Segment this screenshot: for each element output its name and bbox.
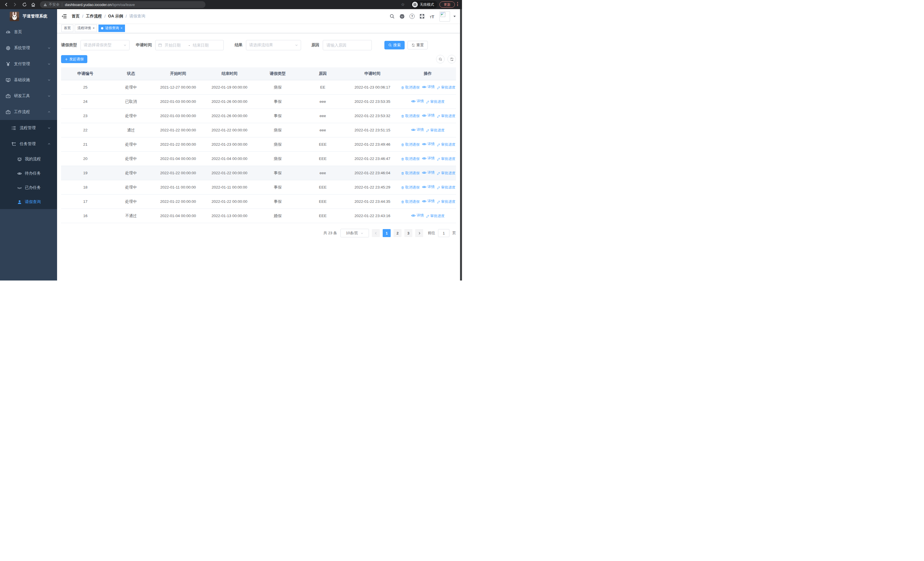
cell-start: 2022-01-04 00:00:00 <box>152 152 204 166</box>
fullscreen-icon[interactable] <box>420 14 424 19</box>
font-size-icon[interactable]: TT <box>429 14 435 19</box>
sidebar-collapse-icon[interactable] <box>62 14 67 19</box>
tab-leave-query[interactable]: 请假查询× <box>99 24 125 32</box>
security-label[interactable]: 不安全 <box>49 2 60 7</box>
goto-page-input[interactable] <box>438 229 450 237</box>
refresh-table-button[interactable] <box>447 55 456 63</box>
next-page-button[interactable] <box>415 229 423 237</box>
sidebar-item-system-management[interactable]: 系统管理 <box>0 40 57 56</box>
browser-home-button[interactable] <box>30 2 36 8</box>
detail-action-link[interactable]: 详情 <box>422 84 435 89</box>
progress-action-link[interactable]: 审批进度 <box>437 185 455 190</box>
sidebar-item-todo-tasks[interactable]: 待办任务 <box>0 166 57 180</box>
app-logo[interactable]: 芋道管理系统 <box>0 9 57 23</box>
sidebar-item-dev-tools[interactable]: 研发工具 <box>0 88 57 104</box>
create-leave-button[interactable]: 发起请假 <box>61 55 87 63</box>
page-size-select[interactable]: 10条/页 <box>340 229 369 238</box>
help-icon[interactable]: ? <box>410 14 415 19</box>
detail-action-link[interactable]: 详情 <box>422 185 435 190</box>
close-icon[interactable]: × <box>120 27 122 30</box>
browser-reload-button[interactable] <box>22 2 27 8</box>
cell-reason: eee <box>300 109 345 123</box>
cancel-action-link[interactable]: 取消请假 <box>401 185 420 190</box>
detail-action-link[interactable]: 详情 <box>422 113 435 118</box>
browser-back-button[interactable] <box>3 2 9 8</box>
cell-start: 2022-01-22 00:00:00 <box>152 123 204 137</box>
eye-icon <box>17 171 22 176</box>
start-date-input[interactable] <box>164 42 186 48</box>
page-button-1[interactable]: 1 <box>382 229 391 237</box>
leave-type-select[interactable]: 请选择请假类型 <box>81 40 129 50</box>
detail-action-link[interactable]: 详情 <box>411 213 424 218</box>
browser-forward-button[interactable] <box>12 2 18 8</box>
detail-action-link[interactable]: 详情 <box>422 199 435 204</box>
breadcrumb-item[interactable]: 首页 <box>72 14 80 19</box>
breadcrumb-separator: / <box>126 14 127 18</box>
cancel-action-link[interactable]: 取消请假 <box>401 156 420 161</box>
search-button[interactable]: 搜索 <box>384 41 405 50</box>
sidebar-item-process-management[interactable]: 流程管理 <box>0 120 57 136</box>
detail-action-link[interactable]: 详情 <box>411 99 424 104</box>
sidebar-item-workflow[interactable]: 工作流程 <box>0 104 57 120</box>
sidebar-item-done-tasks[interactable]: 已办任务 <box>0 180 57 195</box>
reason-input[interactable] <box>323 40 372 50</box>
avatar-caret-icon[interactable] <box>453 15 456 18</box>
cancel-action-link[interactable]: 取消请假 <box>401 114 420 119</box>
cell-type: 病假 <box>255 152 300 166</box>
prev-page-button[interactable] <box>372 229 380 237</box>
cancel-action-link[interactable]: 取消请假 <box>401 85 420 90</box>
bookmark-star-icon[interactable]: ☆ <box>401 2 405 8</box>
search-icon[interactable] <box>390 14 394 19</box>
detail-action-link[interactable]: 详情 <box>422 170 435 175</box>
sidebar-item-home[interactable]: 首页 <box>0 24 57 40</box>
sidebar-item-infrastructure[interactable]: 基础设施 <box>0 72 57 88</box>
progress-action-link[interactable]: 审批进度 <box>437 85 455 90</box>
progress-action-link[interactable]: 审批进度 <box>426 214 445 218</box>
github-icon[interactable] <box>399 14 405 19</box>
result-select[interactable]: 请选择流结果 <box>246 40 301 50</box>
sidebar-item-my-process[interactable]: 我的流程 <box>0 152 57 166</box>
edit-icon <box>426 100 429 104</box>
cancel-action-link[interactable]: 取消请假 <box>401 142 420 147</box>
total-count: 共 23 条 <box>323 230 337 236</box>
progress-action-link[interactable]: 审批进度 <box>437 114 455 119</box>
tab-home[interactable]: 首页 <box>62 24 74 32</box>
main-content: 请假类型 请选择请假类型 申请时间 - 结果 请选择流结果 原因 <box>57 33 460 281</box>
breadcrumb-item[interactable]: 工作流程 <box>86 14 102 19</box>
sidebar-item-leave-query[interactable]: 请假查询 <box>0 195 57 209</box>
cell-id: 20 <box>61 152 110 166</box>
reset-button[interactable]: 重置 <box>408 41 428 50</box>
detail-action-link[interactable]: 详情 <box>422 142 435 146</box>
page-button-3[interactable]: 3 <box>404 229 412 237</box>
address-bar[interactable]: 不安全 dashboard.yudao.iocoder.cn/bpm/oa/le… <box>40 1 206 8</box>
progress-action-link[interactable]: 审批进度 <box>437 171 455 176</box>
detail-action-link[interactable]: 详情 <box>411 127 424 132</box>
page-button-2[interactable]: 2 <box>393 229 402 237</box>
toggle-search-button[interactable] <box>436 55 445 63</box>
browser-update-button[interactable]: 更新 <box>440 2 455 8</box>
sidebar-item-payment-management[interactable]: 支付管理 <box>0 56 57 72</box>
detail-action-link[interactable]: 详情 <box>422 156 435 161</box>
chevron-down-icon <box>47 78 51 82</box>
end-date-input[interactable] <box>192 42 214 48</box>
progress-action-link[interactable]: 审批进度 <box>437 142 455 147</box>
sidebar-item-task-management[interactable]: 任务管理 <box>0 136 57 152</box>
progress-action-link[interactable]: 审批进度 <box>437 199 455 204</box>
progress-action-link[interactable]: 审批进度 <box>426 128 445 133</box>
close-icon[interactable]: × <box>93 27 94 30</box>
edit-icon <box>437 186 440 190</box>
cell-type: 事假 <box>255 194 300 209</box>
progress-action-link[interactable]: 审批进度 <box>437 156 455 161</box>
tab-process-detail[interactable]: 流程详情× <box>75 24 97 32</box>
url-path: /bpm/oa/leave <box>112 3 135 7</box>
user-avatar[interactable] <box>440 11 450 22</box>
progress-action-link[interactable]: 审批进度 <box>426 99 445 104</box>
refresh-icon <box>411 44 415 47</box>
cancel-action-link[interactable]: 取消请假 <box>401 171 420 176</box>
apply-time-range[interactable]: - <box>155 40 224 50</box>
cancel-action-link[interactable]: 取消请假 <box>401 199 420 204</box>
pagination: 共 23 条 10条/页 123 前往 页 <box>61 229 456 238</box>
browser-menu-icon[interactable] <box>457 2 458 6</box>
cell-applied: 2022-01-22 23:49:46 <box>345 137 399 152</box>
breadcrumb-item[interactable]: OA 示例 <box>108 14 123 19</box>
